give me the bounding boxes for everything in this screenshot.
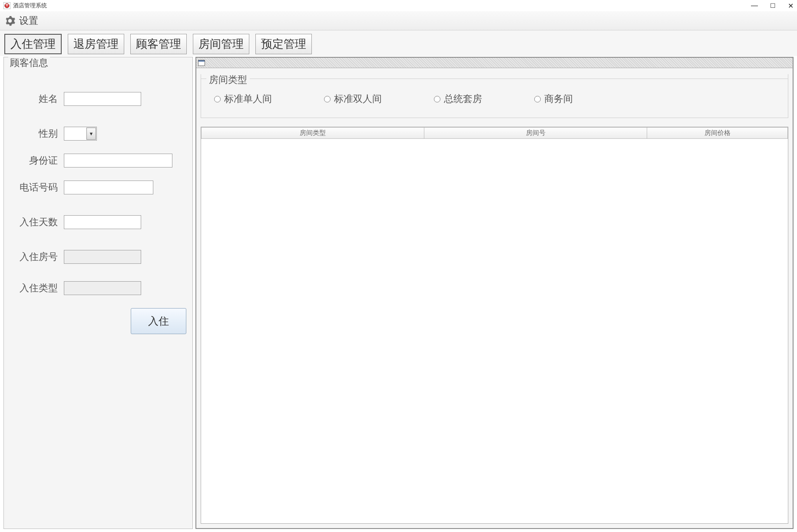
label-phone: 电话号码 <box>8 181 60 194</box>
col-roomtype[interactable]: 房间类型 <box>202 128 424 139</box>
label-roomno: 入住房号 <box>8 250 60 263</box>
input-days[interactable] <box>64 215 141 229</box>
label-days: 入住天数 <box>8 216 60 229</box>
radio-icon <box>324 96 331 102</box>
col-roomprice[interactable]: 房间价格 <box>647 128 788 139</box>
close-button[interactable]: ✕ <box>788 2 794 10</box>
customer-info-panel: 顾客信息 姓名 性别 ▼ 身份证 电话号码 入住天数 入住房号 <box>3 57 193 529</box>
radio-label: 标准双人间 <box>334 92 382 105</box>
room-table[interactable]: 房间类型 房间号 房间价格 <box>201 127 788 139</box>
label-name: 姓名 <box>8 92 60 105</box>
tab-checkout[interactable]: 退房管理 <box>68 34 124 54</box>
input-phone[interactable] <box>64 181 153 194</box>
input-roomtype <box>64 281 141 295</box>
input-idcard[interactable] <box>64 154 172 167</box>
radio-icon <box>534 96 541 102</box>
tab-room[interactable]: 房间管理 <box>193 34 249 54</box>
tab-row: 入住管理 退房管理 顾客管理 房间管理 预定管理 <box>0 30 797 56</box>
label-idcard: 身份证 <box>8 154 60 167</box>
radio-business[interactable]: 商务间 <box>534 92 573 105</box>
window-controls: — ☐ ✕ <box>751 2 794 10</box>
radio-presidential[interactable]: 总统套房 <box>434 92 482 105</box>
radio-label: 商务间 <box>544 92 573 105</box>
gear-icon <box>4 15 16 26</box>
radio-standard-single[interactable]: 标准单人间 <box>214 92 272 105</box>
checkin-button[interactable]: 入住 <box>131 308 186 334</box>
window-title: 酒店管理系统 <box>13 2 47 10</box>
label-roomtype: 入住类型 <box>8 282 60 295</box>
room-table-wrap: 房间类型 房间号 房间价格 <box>201 127 788 524</box>
tab-reservation[interactable]: 预定管理 <box>255 34 312 54</box>
maximize-button[interactable]: ☐ <box>770 2 776 9</box>
input-name[interactable] <box>64 92 141 106</box>
menu-settings[interactable]: 设置 <box>19 14 38 27</box>
work-area: 顾客信息 姓名 性别 ▼ 身份证 电话号码 入住天数 入住房号 <box>0 56 797 532</box>
radio-label: 总统套房 <box>444 92 482 105</box>
col-roomno[interactable]: 房间号 <box>424 128 647 139</box>
combo-gender[interactable]: ▼ <box>64 127 97 141</box>
minimize-button[interactable]: — <box>751 2 758 10</box>
radio-icon <box>214 96 221 102</box>
menu-bar: 设置 <box>0 11 797 30</box>
radio-icon <box>434 96 440 102</box>
customer-info-legend: 顾客信息 <box>8 56 50 69</box>
room-type-legend: 房间类型 <box>206 73 250 86</box>
room-type-group: 房间类型 标准单人间 标准双人间 总统套房 商务间 <box>201 74 788 118</box>
tab-customer[interactable]: 顾客管理 <box>130 34 187 54</box>
chevron-down-icon[interactable]: ▼ <box>86 128 96 140</box>
panel-header[interactable] <box>196 58 793 68</box>
window-icon <box>198 60 205 66</box>
label-gender: 性别 <box>8 127 60 140</box>
title-bar: 酒店管理系统 — ☐ ✕ <box>0 0 797 11</box>
app-icon <box>3 2 10 9</box>
room-panel: 房间类型 标准单人间 标准双人间 总统套房 商务间 <box>195 57 794 529</box>
input-roomno <box>64 250 141 264</box>
tab-checkin[interactable]: 入住管理 <box>4 34 62 54</box>
radio-standard-double[interactable]: 标准双人间 <box>324 92 382 105</box>
radio-label: 标准单人间 <box>224 92 272 105</box>
